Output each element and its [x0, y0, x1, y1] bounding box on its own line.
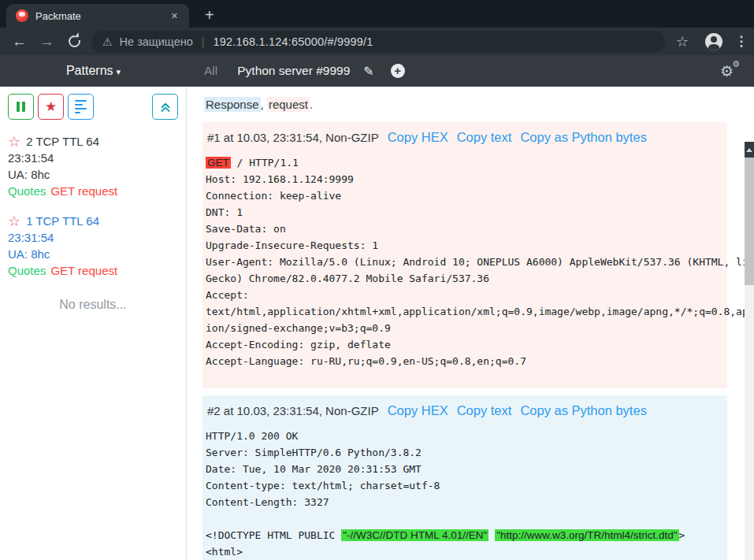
stream-user-agent: UA: 8hc	[8, 166, 178, 183]
copy-python-bytes-link[interactable]: Copy as Python bytes	[520, 130, 647, 144]
code-line: Accept-Encoding: gzip, deflate	[206, 336, 721, 353]
pattern-legend: Response, request.	[204, 98, 727, 111]
browser-tabstrip: Packmate ✕ +	[0, 0, 754, 28]
patterns-menu[interactable]: Patterns▾	[0, 64, 187, 78]
code-line: User-Agent: Mozilla/5.0 (Linux; Android …	[206, 254, 721, 270]
packet-id: #1 at 10.03, 23:31:54, Non-GZIP	[207, 131, 379, 144]
stream-list-item[interactable]: ☆1 TCP TTL 6423:31:54UA: 8hcQuotesGET re…	[8, 213, 178, 279]
list-view-button[interactable]	[68, 94, 94, 120]
patterns-label: Patterns	[66, 64, 113, 77]
stream-tags: QuotesGET request	[8, 262, 178, 279]
star-outline-icon[interactable]: ☆	[8, 135, 20, 149]
forward-icon[interactable]: →	[39, 34, 54, 49]
stream-tag: Quotes	[8, 264, 46, 277]
code-line: GET / HTTP/1.1	[206, 154, 721, 171]
code-line: DNT: 1	[206, 204, 721, 221]
highlight-green: "-//W3C//DTD HTML 4.01//EN"	[341, 529, 488, 541]
edit-pattern-icon[interactable]: ✎	[363, 64, 373, 79]
bookmark-star-icon[interactable]: ☆	[676, 33, 689, 50]
packmate-window: Packmate ✕ + ← → ⚠ Не защищено | 192.168…	[0, 0, 754, 560]
app-header: Patterns▾ All Python server #9999 ✎ + ⚙ …	[0, 55, 754, 87]
code-line: Date: Tue, 10 Mar 2020 20:31:53 GMT	[206, 461, 721, 477]
tab-active-pattern[interactable]: Python server #9999	[237, 64, 350, 78]
chevrons-up-icon	[159, 101, 172, 113]
code-line: Accept-Language: ru-RU,ru;q=0.9,en-US;q=…	[206, 353, 721, 369]
favorites-filter-button[interactable]: ★	[38, 94, 64, 120]
not-secure-warning-icon[interactable]: ⚠	[102, 35, 113, 48]
browser-toolbar: ← → ⚠ Не защищено | 192.168.1.124:65000/…	[0, 28, 754, 55]
omnibox-divider: |	[202, 35, 205, 48]
packet-block-request: #1 at 10.03, 23:31:54, Non-GZIPCopy HEXC…	[202, 122, 727, 388]
code-line: Connection: keep-alive	[206, 187, 721, 204]
code-line: Content-Length: 3327	[206, 494, 721, 510]
legend-text: ,	[261, 98, 267, 111]
code-line: <html>	[206, 543, 721, 560]
stream-user-agent: UA: 8hc	[8, 246, 178, 262]
stream-time: 23:31:54	[8, 229, 178, 246]
tab-title: Packmate	[35, 10, 168, 22]
scrollbar-up-button[interactable]	[745, 142, 754, 158]
tab-close-icon[interactable]: ✕	[168, 9, 181, 23]
reload-icon[interactable]	[69, 35, 80, 47]
packet-payload: GET / HTTP/1.1Host: 192.168.1.124:9999Co…	[206, 154, 721, 369]
stream-list-item[interactable]: ☆2 TCP TTL 6423:31:54UA: 8hcQuotesGET re…	[8, 133, 178, 199]
code-line: <!DOCTYPE HTML PUBLIC "-//W3C//DTD HTML …	[206, 527, 721, 543]
url-text: 192.168.1.124:65000/#/9999/1	[213, 35, 373, 48]
stream-title: 2 TCP TTL 64	[26, 133, 99, 150]
browser-tab[interactable]: Packmate ✕	[6, 4, 189, 28]
lines-icon	[75, 100, 87, 114]
chevron-down-icon: ▾	[117, 67, 121, 76]
code-line: Upgrade-Insecure-Requests: 1	[206, 237, 721, 254]
code-line: Gecko) Chrome/82.0.4077.2 Mobile Safari/…	[206, 270, 721, 287]
packet-id: #2 at 10.03, 23:31:54, Non-GZIP	[207, 404, 379, 417]
stream-tag: Quotes	[8, 184, 46, 198]
new-tab-button[interactable]: +	[200, 7, 219, 23]
legend-highlight-blue: Response	[204, 97, 261, 112]
sidebar: ★ ☆2 TCP TTL 6423:31:54UA: 8hcQuotesGET …	[0, 87, 187, 560]
add-pattern-icon[interactable]: +	[391, 64, 405, 78]
settings-gear-icon[interactable]: ⚙ ⚙	[720, 62, 734, 80]
star-outline-icon[interactable]: ☆	[8, 214, 20, 228]
app-body: ★ ☆2 TCP TTL 6423:31:54UA: 8hcQuotesGET …	[0, 87, 754, 560]
code-line: Content-type: text/html; charset=utf-8	[206, 477, 721, 494]
code-line: Accept:	[206, 287, 721, 303]
stream-title: 1 TCP TTL 64	[26, 213, 99, 229]
security-label: Не защищено	[120, 35, 193, 48]
copy-python-bytes-link[interactable]: Copy as Python bytes	[520, 403, 647, 417]
sidebar-toolbar: ★	[8, 94, 178, 120]
legend-highlight-pink: request	[267, 97, 310, 112]
no-results-label: No results...	[8, 298, 178, 312]
collapse-sidebar-button[interactable]	[152, 94, 178, 120]
stream-tags: QuotesGET request	[8, 183, 178, 199]
pause-capture-button[interactable]	[8, 94, 34, 120]
packet-payload: HTTP/1.0 200 OKServer: SimpleHTTP/0.6 Py…	[206, 428, 721, 560]
copy-hex-link[interactable]: Copy HEX	[388, 403, 448, 417]
scrollbar-track[interactable]	[745, 158, 754, 560]
scroll-up-icon	[746, 148, 752, 152]
code-line	[206, 510, 721, 527]
code-line: Save-Data: on	[206, 221, 721, 237]
scrollbar-thumb[interactable]	[745, 158, 754, 285]
packet-list: #1 at 10.03, 23:31:54, Non-GZIPCopy HEXC…	[202, 122, 727, 560]
profile-avatar[interactable]	[705, 33, 722, 50]
stream-view: Response, request. #1 at 10.03, 23:31:54…	[188, 87, 745, 560]
code-line: ion/signed-exchange;v=b3;q=0.9	[206, 320, 721, 336]
tab-all[interactable]: All	[204, 64, 217, 78]
copy-hex-link[interactable]: Copy HEX	[388, 130, 448, 144]
packmate-favicon-icon	[16, 9, 28, 22]
copy-text-link[interactable]: Copy text	[457, 130, 512, 144]
address-bar[interactable]: ⚠ Не защищено | 192.168.1.124:65000/#/99…	[91, 31, 665, 53]
back-icon[interactable]: ←	[12, 34, 27, 49]
code-line: Server: SimpleHTTP/0.6 Python/3.8.2	[206, 444, 721, 461]
stream-tag: GET request	[50, 264, 117, 277]
legend-text: .	[310, 98, 313, 111]
stream-time: 23:31:54	[8, 150, 178, 166]
copy-text-link[interactable]: Copy text	[457, 403, 512, 417]
code-line: HTTP/1.0 200 OK	[206, 428, 721, 444]
code-line: Host: 192.168.1.124:9999	[206, 171, 721, 187]
stream-list: ☆2 TCP TTL 6423:31:54UA: 8hcQuotesGET re…	[8, 133, 178, 279]
code-line: text/html,application/xhtml+xml,applicat…	[206, 303, 721, 320]
packet-block-response: #2 at 10.03, 23:31:54, Non-GZIPCopy HEXC…	[202, 395, 727, 560]
browser-menu-icon[interactable]: ⋮	[734, 33, 748, 50]
scrollbar[interactable]	[745, 142, 754, 560]
